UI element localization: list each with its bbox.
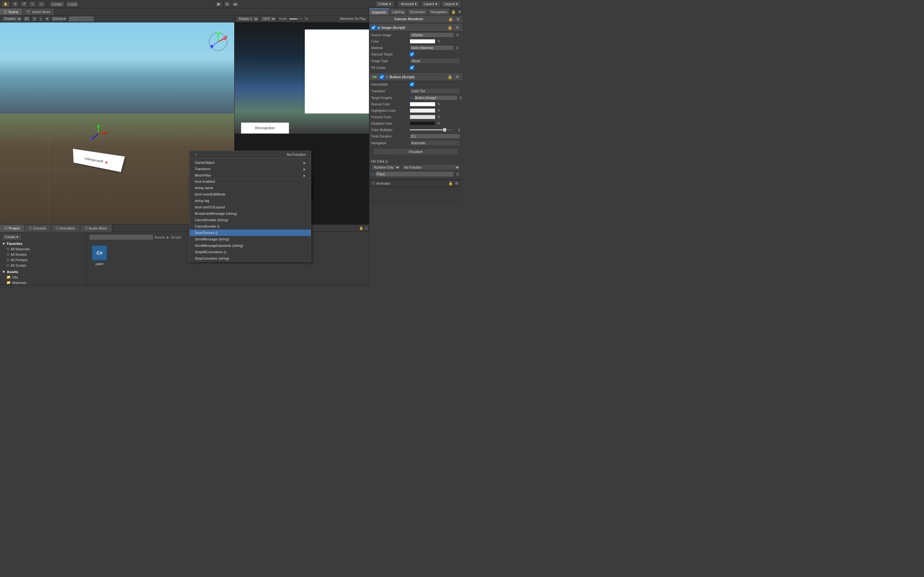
material-pick-btn[interactable]: ⊙: [455, 45, 460, 50]
collab-btn[interactable]: Collab ▾: [375, 1, 394, 7]
favorites-header[interactable]: ▼ Favorites: [0, 241, 86, 246]
disabled-color-swatch[interactable]: [410, 121, 435, 126]
color-multiplier-slider[interactable]: 1: [410, 128, 460, 132]
2d-btn[interactable]: 2D: [23, 16, 31, 22]
meshfilter-item[interactable]: MeshFilter: [190, 172, 311, 179]
dropdown-bool_gui[interactable]: bool useGUILayout: [190, 204, 311, 210]
dropdown-bool_enabled[interactable]: bool enabled: [190, 178, 311, 185]
pressed-color-swatch[interactable]: [410, 115, 435, 119]
dropdown-cancel_invoke_s[interactable]: CancelInvoke (string): [190, 217, 311, 223]
navigation-tab[interactable]: Navigation: [428, 8, 450, 15]
object-input[interactable]: [375, 171, 454, 177]
light-btn[interactable]: ☀: [31, 16, 37, 22]
disabled-color-pick[interactable]: ✎: [436, 121, 441, 126]
inspector-gear-icon[interactable]: ⚙: [455, 17, 461, 22]
visualize-btn[interactable]: Visualize: [373, 148, 458, 155]
animator-lock-btn[interactable]: 🔒: [447, 181, 454, 186]
normal-color-pick[interactable]: ✎: [436, 102, 441, 107]
display-dropdown[interactable]: Display 1: [236, 16, 259, 22]
gizmos-btn[interactable]: Gizmos ▾: [51, 16, 68, 22]
shaded-dropdown[interactable]: Shaded: [1, 16, 22, 22]
rotate-tool-btn[interactable]: ↺: [20, 1, 27, 7]
fade-duration-input[interactable]: [410, 134, 460, 139]
occlusion-tab[interactable]: Occlusion: [407, 8, 428, 15]
create-btn[interactable]: Create ▾: [2, 234, 21, 240]
image-type-dropdown[interactable]: Sliced: [410, 58, 460, 64]
button-lock-btn[interactable]: 🔒: [447, 74, 453, 79]
account-btn[interactable]: Account ▾: [398, 1, 420, 7]
image-gear-btn[interactable]: ⚙: [455, 25, 460, 30]
gameobject-item[interactable]: GameObject: [190, 159, 311, 166]
navigation-dropdown[interactable]: Automatic: [410, 140, 460, 146]
settings-btn[interactable]: ⚙: [457, 8, 462, 15]
animator-gear-btn[interactable]: ⚙: [454, 181, 459, 186]
rect-tool-btn[interactable]: ▭: [37, 1, 45, 7]
object-pick-btn[interactable]: ⊙: [455, 171, 460, 177]
scale-tool-btn[interactable]: ⤡: [29, 1, 36, 7]
inspector-lock-icon[interactable]: 🔒: [447, 17, 454, 22]
lighting-tab[interactable]: Lighting: [389, 8, 407, 15]
project-tab[interactable]: ⬡ Project: [0, 225, 24, 232]
scale-slider[interactable]: [289, 18, 302, 19]
asset-store-tab[interactable]: 🛒 Asset Store: [23, 8, 55, 15]
no-function-dropdown[interactable]: No Function: [401, 164, 460, 170]
dlls-item[interactable]: 📁 Dlls: [0, 274, 86, 280]
dropdown-send_message[interactable]: SendMessage (string): [190, 236, 311, 242]
all-prefabs-item[interactable]: ⊙ All Prefabs: [0, 257, 86, 263]
audio-mixer-tab[interactable]: ⬡ Audio Mixer: [80, 225, 112, 232]
animation-tab[interactable]: ⬡ Animation: [51, 225, 80, 232]
no-function-item[interactable]: No Function: [190, 151, 311, 158]
lock-btn[interactable]: 🔒: [450, 8, 457, 15]
scene-tab[interactable]: ⬡ Scene: [0, 8, 23, 15]
console-tab[interactable]: ⬡ Console: [24, 225, 51, 232]
audio-btn[interactable]: ♪: [39, 16, 43, 22]
all-materials-item[interactable]: ⊙ All Materials: [0, 246, 86, 251]
runtime-dropdown[interactable]: Runtime Only: [371, 164, 401, 170]
all-scripts-item[interactable]: ⊙ All Scripts: [0, 263, 86, 268]
source-image-pick-btn[interactable]: ⊙: [455, 32, 460, 37]
dropdown-bool_run[interactable]: bool runInEditMode: [190, 191, 311, 197]
raycast-checkbox[interactable]: [410, 52, 414, 56]
hand-tool-btn[interactable]: ✋: [1, 1, 10, 7]
dropdown-cancel_invoke[interactable]: CancelInvoke (): [190, 223, 311, 229]
pause-btn[interactable]: ⏸: [224, 1, 231, 7]
color-swatch[interactable]: [410, 39, 435, 44]
materials-item[interactable]: 📁 Materials: [0, 280, 86, 285]
dropdown-string_tag[interactable]: string tag: [190, 197, 311, 204]
pressed-color-pick[interactable]: ✎: [436, 114, 441, 119]
step-btn[interactable]: ⏭: [232, 1, 239, 7]
inspector-tab[interactable]: Inspector: [369, 8, 389, 15]
dropdown-string_name[interactable]: string name: [190, 185, 311, 191]
animator-header[interactable]: ⬡ Animator 🔒 ⚙: [369, 180, 462, 187]
center-btn[interactable]: Center: [49, 1, 65, 7]
source-image-input[interactable]: [410, 32, 454, 37]
highlighted-color-swatch[interactable]: [410, 108, 435, 113]
dropdown-broadcast[interactable]: BroadcastMessage (string): [190, 210, 311, 217]
target-pick-btn[interactable]: ⊙: [459, 95, 462, 100]
assets-header-tree[interactable]: ▼ Assets: [0, 269, 86, 274]
color-pick-btn[interactable]: ✎: [436, 39, 441, 44]
material-input[interactable]: [410, 45, 454, 50]
fx-btn[interactable]: ✦: [44, 16, 50, 22]
ratio-dropdown[interactable]: 16:9: [260, 16, 276, 22]
fill-center-checkbox[interactable]: [410, 65, 414, 70]
bottom-scrollbar[interactable]: [0, 285, 369, 288]
button-gear-btn[interactable]: ⚙: [455, 74, 460, 79]
play-btn[interactable]: ▶: [215, 1, 222, 7]
dropdown-send_message_up[interactable]: SendMessageUpwards (string): [190, 242, 311, 249]
dropdown-stop_coroutine[interactable]: StopCoroutine (string): [190, 255, 311, 261]
interactable-checkbox[interactable]: [410, 82, 414, 87]
highlighted-color-pick[interactable]: ✎: [436, 108, 441, 113]
button-enabled-checkbox[interactable]: [380, 75, 384, 79]
assets-search[interactable]: [89, 234, 153, 240]
layout-btn[interactable]: Layout ▾: [441, 1, 461, 7]
move-tool-btn[interactable]: ✛: [11, 1, 19, 7]
dropdown-save_texture[interactable]: SaveTexture (): [190, 229, 311, 236]
scene-search[interactable]: [68, 16, 94, 22]
target-graphic-input[interactable]: [414, 95, 457, 100]
button-script-header[interactable]: OK ⬡ Button (Script) 🔒 ⚙: [369, 73, 462, 81]
local-btn[interactable]: Local: [66, 1, 79, 7]
image-lock-btn[interactable]: 🔒: [447, 25, 453, 30]
transform-item[interactable]: Transform: [190, 166, 311, 172]
image-script-header[interactable]: ▣ Image (Script) 🔒 ⚙: [369, 24, 462, 32]
